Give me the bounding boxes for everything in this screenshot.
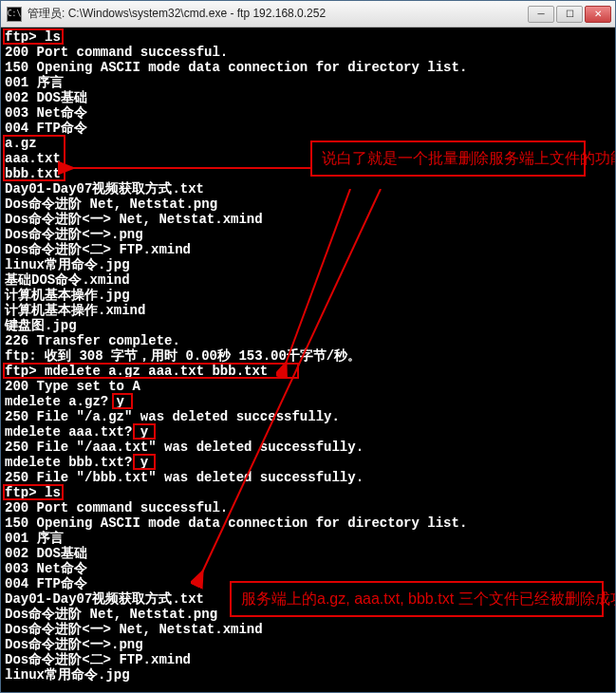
terminal-line: 150 Opening ASCII mode data connection f… <box>5 60 615 75</box>
terminal-line: 002 DOS基础 <box>5 90 615 105</box>
terminal-line: Dos命令进阶 Net, Netstat.png <box>5 197 615 212</box>
terminal-line: Dos命令进阶<一> Net, Netstat.xmind <box>5 622 615 637</box>
terminal-line: Day01-Day07视频获取方式.txt <box>5 181 615 197</box>
terminal-line: 计算机基本操作.jpg <box>5 288 615 303</box>
terminal-line: mdelete a.gz? y <box>5 394 615 409</box>
terminal-line: 计算机基本操作.xmind <box>5 303 615 318</box>
terminal-line: Dos命令进阶<二> FTP.xmind <box>5 242 615 257</box>
terminal-line: 004 FTP命令 <box>5 121 615 136</box>
terminal-line: 键盘图.jpg <box>5 318 615 333</box>
terminal-line: mdelete bbb.txt? y <box>5 455 615 470</box>
cmd-icon: C:\ <box>7 7 22 22</box>
terminal-line: Dos命令进阶<一>.png <box>5 637 615 652</box>
close-button[interactable]: ✕ <box>585 6 611 23</box>
terminal-line: 200 Type set to A <box>5 379 615 394</box>
terminal-line: 003 Net命令 <box>5 105 615 121</box>
terminal-line: ftp> ls <box>5 29 615 45</box>
terminal-line: 250 File "/a.gz" was deleted successfull… <box>5 409 615 424</box>
annotation-batch-delete: 说白了就是一个批量删除服务端上文件的功能命令. <box>310 140 586 177</box>
terminal-line: 200 Port command successful. <box>5 45 615 60</box>
terminal-line: 226 Transfer complete. <box>5 333 615 348</box>
titlebar-buttons: ─ ☐ ✕ <box>526 6 611 23</box>
terminal-line: 002 DOS基础 <box>5 546 615 561</box>
terminal-line: ftp: 收到 308 字节，用时 0.00秒 153.00千字节/秒。 <box>5 348 615 364</box>
terminal-line: 200 Port command successful. <box>5 500 615 515</box>
cmd-window: C:\ 管理员: C:\Windows\system32\cmd.exe - f… <box>0 0 616 693</box>
terminal-line: Dos命令进阶<一> Net, Netstat.xmind <box>5 212 615 227</box>
terminal-line: 001 序言 <box>5 75 615 90</box>
terminal-line: ftp> ls <box>5 485 615 500</box>
terminal-line: 001 序言 <box>5 531 615 546</box>
terminal-line: 003 Net命令 <box>5 561 615 576</box>
terminal-line: mdelete aaa.txt? y <box>5 424 615 440</box>
window-title: 管理员: C:\Windows\system32\cmd.exe - ftp 1… <box>28 6 526 22</box>
terminal-line: 150 Opening ASCII mode data connection f… <box>5 515 615 531</box>
terminal-line: linux常用命令.jpg <box>5 667 615 683</box>
maximize-button[interactable]: ☐ <box>556 6 583 23</box>
terminal-line: linux常用命令.jpg <box>5 257 615 272</box>
terminal-line: 250 File "/bbb.txt" was deleted successf… <box>5 470 615 485</box>
terminal-line: Dos命令进阶<一>.png <box>5 227 615 242</box>
terminal-content[interactable]: ftp> ls200 Port command successful.150 O… <box>1 28 615 692</box>
terminal-line: ftp> mdelete a.gz aaa.txt bbb.txt <box>5 364 615 379</box>
annotation-deleted-result: 服务端上的a.gz, aaa.txt, bbb.txt 三个文件已经被删除成功了 <box>230 581 604 617</box>
titlebar[interactable]: C:\ 管理员: C:\Windows\system32\cmd.exe - f… <box>1 1 615 28</box>
terminal-line: 基础DOS命令.xmind <box>5 272 615 288</box>
minimize-button[interactable]: ─ <box>528 6 554 23</box>
terminal-line: Dos命令进阶<二> FTP.xmind <box>5 652 615 667</box>
terminal-line: 250 File "/aaa.txt" was deleted successf… <box>5 440 615 455</box>
